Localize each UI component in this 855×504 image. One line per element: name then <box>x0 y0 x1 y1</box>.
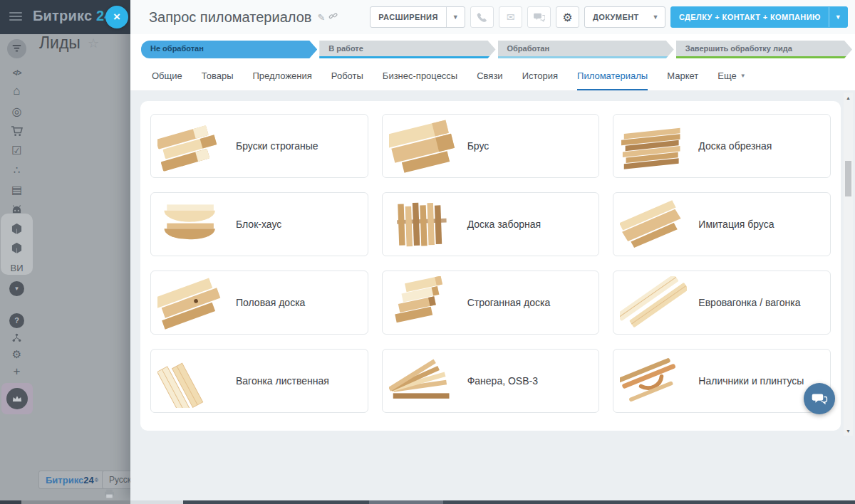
gear-icon[interactable]: ⚙ <box>556 6 579 28</box>
product-card[interactable]: Наличники и плинтусы <box>613 349 831 413</box>
product-card[interactable]: Доска обрезная <box>613 114 831 178</box>
wood-imitation-image <box>617 197 690 251</box>
sidebar-item-code[interactable]: </> <box>0 61 33 81</box>
cube-icon <box>11 242 22 254</box>
link-icon[interactable] <box>328 11 338 23</box>
wood-planed-image <box>386 275 459 330</box>
chevron-down-icon: ▼ <box>647 14 665 21</box>
extensions-button[interactable]: РАСШИРЕНИЯ ▼ <box>370 6 465 28</box>
pipeline-stage-label: Не обработан <box>150 41 204 57</box>
printer-icon[interactable] <box>104 488 115 501</box>
contact-card-icon: ▤ <box>11 183 22 196</box>
wood-floor-image <box>155 275 227 330</box>
target-icon: ◎ <box>12 105 22 118</box>
tab-label: История <box>522 70 558 81</box>
screen-bottom-edge <box>0 500 855 504</box>
product-card[interactable]: Вагонка лиственная <box>150 349 368 413</box>
hierarchy-icon <box>12 333 21 342</box>
pencil-icon[interactable]: ✎ <box>317 12 325 23</box>
pipeline-stage-label: В работе <box>328 41 363 57</box>
chevron-down-circle-icon: ▼ <box>9 281 24 296</box>
wood-plywood-image <box>386 354 459 408</box>
product-card[interactable]: Строганная доска <box>382 271 600 335</box>
sidebar-item-cube[interactable] <box>0 238 33 258</box>
tab-8[interactable]: Пиломатериалы <box>577 63 648 90</box>
sidebar-item-crown[interactable] <box>0 383 33 414</box>
slider-content: Бруски строганыеБрусДоска обрезнаяБлок-х… <box>130 91 855 500</box>
close-icon[interactable]: × <box>105 6 128 28</box>
product-label: Бруски строганые <box>236 140 318 152</box>
scroll-down-icon[interactable]: ▼ <box>844 426 853 436</box>
scroll-up-icon[interactable]: ▲ <box>844 93 853 103</box>
tab-2[interactable]: Товары <box>202 63 234 90</box>
tab-label: Маркет <box>667 70 698 81</box>
product-card[interactable]: Бруски строганые <box>150 114 368 178</box>
sidebar-item-plus[interactable]: + <box>0 362 33 382</box>
tab-9[interactable]: Маркет <box>667 63 698 90</box>
tab-3[interactable]: Предложения <box>252 63 311 90</box>
product-card[interactable]: Фанера, OSB-3 <box>382 349 600 413</box>
screen: Битрикс 24 Лиды ☆ </>⌂◎☑∴▤ВИ▼?⚙+ Битрикс… <box>0 0 855 504</box>
star-icon[interactable]: ☆ <box>88 36 99 51</box>
product-card[interactable]: Блок-хаус <box>150 192 368 256</box>
wood-fence-image <box>386 197 459 251</box>
pipeline-stage-underline <box>319 56 495 58</box>
wood-blockhouse-image <box>155 197 227 251</box>
tab-6[interactable]: Связи <box>477 63 502 90</box>
scrollbar-thumb[interactable] <box>845 161 851 196</box>
vi-badge: ВИ <box>10 261 23 273</box>
product-label: Евровагонка / вагонка <box>698 297 800 308</box>
bitrix24-badge[interactable]: Битрикс24® <box>38 471 105 489</box>
wood-trim-image <box>617 354 690 408</box>
product-card[interactable]: Имитация бруса <box>613 192 831 256</box>
product-label: Вагонка лиственная <box>236 375 329 387</box>
tab-10[interactable]: Еще▼ <box>717 63 745 90</box>
sidebar-item-tasks[interactable]: ☑ <box>0 140 33 160</box>
tab-label: Связи <box>477 70 502 81</box>
sidebar-item-robot[interactable] <box>0 199 33 219</box>
chat-icon[interactable] <box>527 6 551 28</box>
pipeline-stage-4[interactable]: Завершить обработку лида <box>676 41 852 58</box>
product-label: Блок-хаус <box>236 219 281 230</box>
sidebar-item-vi-badge[interactable]: ВИ <box>0 257 33 277</box>
pipeline-stage-label: Завершить обработку лида <box>685 41 792 57</box>
tab-4[interactable]: Роботы <box>331 63 363 90</box>
help-icon: ? <box>9 313 24 328</box>
wood-stack-image <box>617 119 690 173</box>
chevron-down-icon[interactable]: ▼ <box>829 14 847 21</box>
tab-label: Бизнес-процессы <box>383 70 457 81</box>
sidebar-item-filter[interactable] <box>0 38 33 58</box>
pipeline-stage-label: Обработан <box>507 41 550 57</box>
product-label: Половая доска <box>236 297 305 308</box>
product-card[interactable]: Евровагонка / вагонка <box>613 271 831 335</box>
robot-icon <box>11 205 23 214</box>
scrollbar[interactable]: ▲ ▼ <box>844 93 853 436</box>
tab-1[interactable]: Общие <box>152 63 182 90</box>
document-button[interactable]: ДОКУМЕНТ ▼ <box>584 6 665 28</box>
sidebar-item-cube[interactable] <box>0 219 33 238</box>
product-card[interactable]: Брус <box>382 114 600 178</box>
products-panel: Бруски строганыеБрусДоска обрезнаяБлок-х… <box>140 101 841 431</box>
pipeline-stage-2[interactable]: В работе <box>319 41 495 58</box>
sidebar-item-target[interactable]: ◎ <box>0 101 33 121</box>
mail-icon[interactable]: ✉ <box>499 6 522 28</box>
sidebar-item-chevron-down-circle[interactable]: ▼ <box>0 278 33 298</box>
toolbar: РАСШИРЕНИЯ ▼ ✉ ⚙ ДОКУМЕНТ ▼ СДЕЛКУ + КОН… <box>370 6 848 28</box>
page-title: Лиды <box>39 33 81 53</box>
pipeline-stage-1[interactable]: Не обработан <box>141 41 317 58</box>
product-card[interactable]: Доска заборная <box>382 192 600 256</box>
sidebar-item-network[interactable]: ∴ <box>0 160 33 180</box>
create-deal-contact-company-button[interactable]: СДЕЛКУ + КОНТАКТ + КОМПАНИЮ ▼ <box>670 6 848 28</box>
pipeline-stage-3[interactable]: Обработан <box>498 41 674 58</box>
sidebar-item-contact-card[interactable]: ▤ <box>0 179 33 199</box>
chat-bubbles-icon <box>812 392 828 406</box>
product-card[interactable]: Половая доска <box>150 271 368 335</box>
tab-7[interactable]: История <box>522 63 558 90</box>
sidebar-item-company[interactable]: ⌂ <box>0 81 33 101</box>
chat-fab-button[interactable] <box>804 383 835 414</box>
tab-5[interactable]: Бизнес-процессы <box>383 63 457 90</box>
chevron-down-icon[interactable]: ▼ <box>447 14 465 21</box>
phone-icon[interactable] <box>470 6 494 28</box>
product-grid: Бруски строганыеБрусДоска обрезнаяБлок-х… <box>140 101 841 426</box>
sidebar-item-cart[interactable] <box>0 121 33 141</box>
